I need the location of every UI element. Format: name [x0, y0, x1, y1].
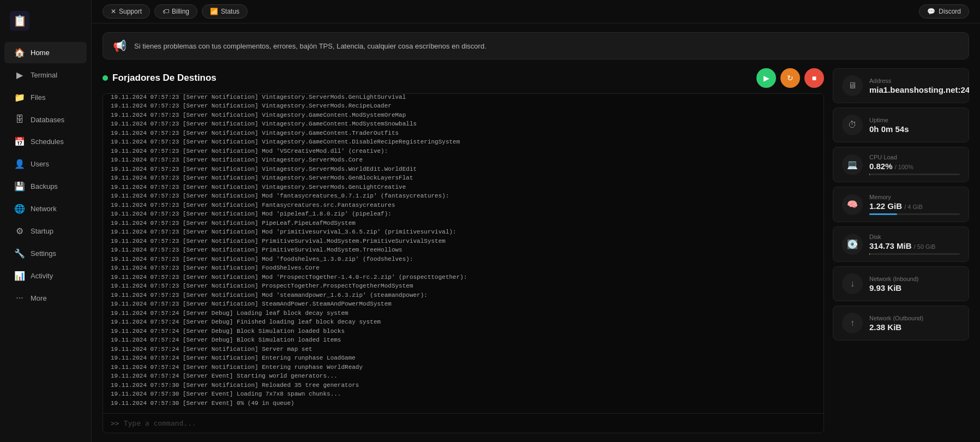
terminal-line: 19.11.2024 07:57:23 [Server Notification…	[111, 273, 816, 282]
backups-icon: 💾	[14, 181, 25, 192]
memory-icon: 🧠	[842, 194, 863, 215]
disk-label: Disk	[869, 234, 960, 240]
terminal-line: 19.11.2024 07:57:23 [Server Notification…	[111, 210, 816, 219]
megaphone-icon: 📢	[113, 39, 127, 52]
stat-card-network-outbound: ↑ Network (Outbound) 2.38 KiB	[833, 306, 969, 341]
sidebar-item-home[interactable]: 🏠 Home	[4, 42, 87, 63]
terminal-line: 19.11.2024 07:57:24 [Server Event] Start…	[111, 372, 816, 381]
terminal-line: 19.11.2024 07:57:24 [Server Notification…	[111, 345, 816, 354]
terminal-line: 19.11.2024 07:57:30 [Server Event] 0% (4…	[111, 399, 816, 408]
sidebar-item-users[interactable]: 👤 Users	[4, 153, 87, 175]
stat-info-uptime: Uptime 0h 0m 54s	[869, 117, 960, 134]
banner-text: Si tienes problemas con tus complementos…	[134, 42, 486, 50]
terminal-line: 19.11.2024 07:57:23 [Server Notification…	[111, 255, 816, 264]
cpu-bar-fill	[869, 174, 870, 175]
terminal-line: 19.11.2024 07:57:23 [Server Notification…	[111, 183, 816, 192]
terminal-line: 19.11.2024 07:57:23 [Server Notification…	[111, 111, 816, 120]
terminal-line: 19.11.2024 07:57:23 [Server Notification…	[111, 174, 816, 183]
sidebar-item-startup[interactable]: ⚙ Startup	[4, 220, 87, 242]
terminal-line: 19.11.2024 07:57:30 [Server Event] Loadi…	[111, 390, 816, 399]
main-area: ✕ Support 🏷 Billing 📶 Status 💬 Discord 📢…	[92, 0, 980, 442]
stat-card-network-inbound: ↓ Network (Inbound) 9.93 KiB	[833, 266, 969, 301]
terminal-line: 19.11.2024 07:57:23 [Server Notification…	[111, 101, 816, 111]
terminal-line: 19.11.2024 07:57:23 [Server Notification…	[111, 201, 816, 210]
schedules-icon: 📅	[14, 136, 25, 147]
sidebar-item-label: More	[31, 294, 47, 302]
terminal-line: 19.11.2024 07:57:23 [Server Notification…	[111, 138, 816, 147]
terminal-line: 19.11.2024 07:57:24 [Server Notification…	[111, 354, 816, 363]
uptime-value: 0h 0m 54s	[869, 124, 960, 134]
network-inbound-label: Network (Inbound)	[869, 276, 960, 282]
stat-info-address: Address mia1.beanshosting.net:24570	[869, 77, 969, 94]
network-inbound-icon: ↓	[842, 273, 863, 294]
terminal-line: 19.11.2024 07:57:23 [Server Notification…	[111, 300, 816, 309]
sidebar-item-label: Schedules	[31, 138, 64, 146]
billing-button[interactable]: 🏷 Billing	[154, 4, 197, 19]
terminal-line: 19.11.2024 07:57:23 [Server Notification…	[111, 282, 816, 291]
sidebar-item-label: Users	[31, 160, 49, 168]
discord-label: Discord	[939, 8, 961, 15]
terminal-line: 19.11.2024 07:57:23 [Server Notification…	[111, 192, 816, 201]
terminal-line: 19.11.2024 07:57:23 [Server Notification…	[111, 291, 816, 300]
terminal-input[interactable]	[124, 419, 816, 427]
stop-button[interactable]: ■	[804, 68, 824, 88]
network-outbound-icon: ↑	[842, 313, 863, 333]
sidebar-item-label: Databases	[31, 116, 64, 124]
status-dot	[103, 75, 108, 81]
disk-bar-bg	[869, 253, 960, 255]
terminal-line: 19.11.2024 07:57:23 [Server Notification…	[111, 120, 816, 129]
sidebar-item-files[interactable]: 📁 Files	[4, 87, 87, 108]
stat-info-network-outbound: Network (Outbound) 2.38 KiB	[869, 315, 960, 332]
sidebar-item-settings[interactable]: 🔧 Settings	[4, 243, 87, 264]
support-button[interactable]: ✕ Support	[103, 4, 150, 19]
stat-card-disk: 💽 Disk 314.73 MiB / 50 GiB	[833, 226, 969, 262]
sidebar-item-network[interactable]: 🌐 Network	[4, 198, 87, 219]
terminal-line: 19.11.2024 07:57:30 [Server Notification…	[111, 381, 816, 390]
memory-label: Memory	[869, 194, 960, 200]
terminal-area: Forjadores De Destinos ▶ ↻ ■ 19.11.2024 …	[103, 68, 824, 433]
sidebar-logo: 📋	[0, 5, 91, 41]
server-header: Forjadores De Destinos ▶ ↻ ■	[103, 68, 824, 88]
uptime-icon: ⏱	[842, 115, 863, 135]
start-button[interactable]: ▶	[756, 68, 776, 88]
server-panel: Forjadores De Destinos ▶ ↻ ■ 19.11.2024 …	[103, 68, 969, 433]
sidebar-item-label: Activity	[31, 272, 53, 280]
stat-info-disk: Disk 314.73 MiB / 50 GiB	[869, 234, 960, 255]
address-value: mia1.beanshosting.net:24570	[869, 85, 969, 94]
terminal-line: 19.11.2024 07:57:24 [Server Debug] Finis…	[111, 318, 816, 327]
disk-icon: 💽	[842, 234, 863, 255]
sidebar-item-schedules[interactable]: 📅 Schedules	[4, 131, 87, 152]
sidebar-item-terminal[interactable]: ▶ Terminal	[4, 64, 87, 86]
sidebar-item-label: Home	[31, 49, 50, 57]
status-icon: 📶	[210, 8, 218, 15]
home-icon: 🏠	[14, 47, 25, 58]
sidebar-item-databases[interactable]: 🗄 Databases	[4, 109, 87, 130]
status-label: Status	[221, 8, 239, 15]
terminal-line: 19.11.2024 07:57:23 [Server Notification…	[111, 147, 816, 156]
stat-info-network-inbound: Network (Inbound) 9.93 KiB	[869, 276, 960, 292]
memory-bar-bg	[869, 213, 960, 215]
discord-button[interactable]: 💬 Discord	[919, 4, 969, 19]
server-name: Forjadores De Destinos	[112, 73, 217, 83]
users-icon: 👤	[14, 159, 25, 169]
terminal-line: 19.11.2024 07:57:23 [Server Notification…	[111, 237, 816, 246]
startup-icon: ⚙	[14, 226, 25, 236]
stat-card-memory: 🧠 Memory 1.22 GiB / 4 GiB	[833, 187, 969, 222]
network-outbound-label: Network (Outbound)	[869, 315, 960, 321]
stat-info-memory: Memory 1.22 GiB / 4 GiB	[869, 194, 960, 215]
sidebar-item-more[interactable]: ··· More	[4, 288, 87, 308]
stat-card-uptime: ⏱ Uptime 0h 0m 54s	[833, 107, 969, 142]
server-controls: ▶ ↻ ■	[756, 68, 824, 88]
sidebar-item-label: Files	[31, 93, 45, 101]
databases-icon: 🗄	[14, 115, 25, 124]
stat-card-address: 🖥 Address mia1.beanshosting.net:24570	[833, 68, 969, 103]
status-button[interactable]: 📶 Status	[202, 4, 248, 19]
logo-icon: 📋	[10, 11, 29, 31]
network-icon: 🌐	[14, 204, 25, 214]
sidebar-item-activity[interactable]: 📊 Activity	[4, 265, 87, 286]
sidebar-item-label: Network	[31, 205, 57, 213]
terminal-output: 19.11.2024 07:57:23 [Server Notification…	[103, 94, 823, 413]
cpu-bar-bg	[869, 174, 960, 175]
restart-button[interactable]: ↻	[780, 68, 800, 88]
sidebar-item-backups[interactable]: 💾 Backups	[4, 176, 87, 197]
